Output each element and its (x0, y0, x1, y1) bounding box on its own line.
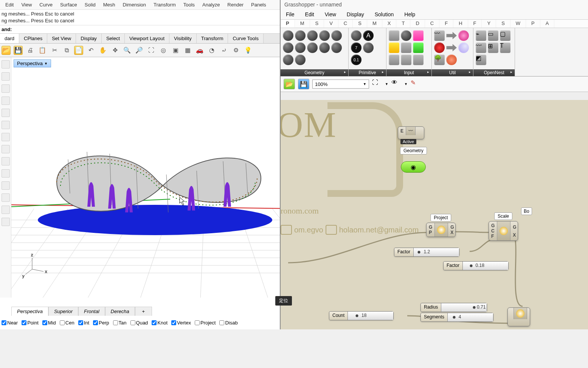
options-icon[interactable]: ⚙ (231, 46, 240, 55)
rhino-menu-view[interactable]: View (17, 0, 36, 9)
gh-menu-view[interactable]: View (320, 10, 341, 19)
button-icon[interactable] (413, 42, 424, 53)
gh-cat-tab[interactable]: P (526, 20, 540, 28)
osnap-checkbox[interactable] (2, 320, 6, 325)
hex-icon[interactable] (307, 42, 318, 53)
rhino-menu-panels[interactable]: Panels (247, 0, 270, 9)
print-icon[interactable]: 🖨 (26, 46, 35, 55)
box-icon[interactable]: ▢ (500, 30, 510, 41)
rotate-view-icon[interactable]: ✥ (110, 46, 119, 55)
gh-menu-file[interactable]: File (281, 10, 300, 19)
open-icon[interactable]: 📂 (2, 46, 11, 55)
line-icon[interactable] (2, 72, 10, 81)
gh-zoom-select[interactable]: 100% ▼ (312, 80, 369, 89)
gh-cat-tab[interactable]: S (353, 20, 367, 28)
hex-icon[interactable] (331, 30, 342, 41)
sphere-icon[interactable] (401, 30, 411, 41)
slider-icon[interactable] (389, 42, 399, 53)
wave-icon[interactable]: 〰 (476, 42, 486, 53)
rhino-menu-transform[interactable]: Transform (150, 0, 180, 9)
color-swatch-icon[interactable] (413, 30, 424, 41)
osnap-near[interactable]: Near (2, 320, 18, 326)
hex-icon[interactable] (319, 42, 330, 53)
gh-cat-tab[interactable]: C (338, 20, 353, 28)
vptab-frontal[interactable]: Frontal (78, 307, 105, 316)
polygon-icon[interactable] (2, 133, 10, 141)
dimension-icon[interactable] (2, 206, 10, 214)
osnap-int[interactable]: Int (78, 320, 89, 326)
rhino-command-prompt[interactable]: and: (0, 25, 280, 34)
text-icon[interactable] (2, 193, 10, 202)
gh-slider-segments[interactable]: Segments 4 (420, 313, 493, 322)
gh-canvas[interactable]: OM ronom.com om.egvo holaom.net@gmail.co… (281, 100, 588, 329)
hex-icon[interactable] (331, 42, 342, 53)
tab-transform[interactable]: Transform (197, 34, 228, 43)
vptab-derecha[interactable]: Derecha (105, 307, 135, 316)
list-icon[interactable] (401, 55, 411, 65)
osnap-checkbox[interactable] (152, 320, 157, 325)
save-icon[interactable]: 💾 (14, 46, 23, 55)
gh-cat-tab[interactable]: X (382, 20, 397, 28)
ribbon-label-geometry[interactable]: Geometry (281, 69, 348, 76)
gh-component-project[interactable]: Project GP GX (426, 223, 456, 237)
arrow-right-icon[interactable] (446, 42, 457, 53)
gh-cat-tab[interactable]: H (453, 20, 468, 28)
gh-slider-count[interactable]: Count 18 (329, 311, 394, 320)
rhino-menu-solid[interactable]: Solid (81, 0, 99, 9)
osnap-quad[interactable]: Quad (130, 320, 148, 326)
ribbon-label-opennest[interactable]: OpenNest (473, 69, 515, 76)
gh-component-scale[interactable]: Scale GCF GX (489, 221, 518, 241)
osnap-perp[interactable]: Perp (93, 320, 109, 326)
hex-icon[interactable] (283, 30, 293, 41)
gh-menu-help[interactable]: Help (399, 10, 420, 19)
gh-cat-tab[interactable]: S (310, 20, 324, 28)
solid-icon[interactable] (2, 169, 10, 178)
osnap-checkbox[interactable] (195, 320, 200, 325)
rhino-menu-edit[interactable]: Edit (2, 0, 17, 9)
cplane-icon[interactable]: ▣ (171, 46, 180, 55)
panel2-icon[interactable] (413, 55, 424, 65)
zoom-out-icon[interactable]: 🔎 (135, 46, 144, 55)
zoom-in-icon[interactable]: 🔍 (123, 46, 132, 55)
rhino-menu-surface[interactable]: Surface (56, 0, 81, 9)
osnap-cen[interactable]: Cen (60, 320, 74, 326)
moon-icon[interactable] (458, 42, 469, 53)
bool-icon[interactable] (351, 30, 361, 41)
gh-cat-tab[interactable]: D (410, 20, 425, 28)
osnap-checkbox[interactable] (130, 320, 135, 325)
osnap-checkbox[interactable] (60, 320, 65, 325)
grid-icon[interactable]: ▦ (183, 46, 192, 55)
copy-icon[interactable]: ⧉ (62, 46, 71, 55)
gh-menu-display[interactable]: Display (341, 10, 369, 19)
undo-icon[interactable]: ↶ (86, 46, 95, 55)
graph-icon[interactable] (401, 42, 411, 53)
hex-icon[interactable] (319, 30, 330, 41)
vptab-add[interactable]: + (135, 307, 152, 316)
curve-icon[interactable] (2, 145, 10, 153)
text-icon[interactable]: A (363, 30, 374, 41)
gh-cat-tab[interactable]: T (396, 20, 410, 28)
flask-icon[interactable] (458, 30, 469, 41)
zoom-extents-icon[interactable]: ⛶ (372, 79, 382, 89)
rhino-menu-tools[interactable]: Tools (180, 0, 199, 9)
rhino-menu-render[interactable]: Render (223, 0, 247, 9)
osnap-checkbox[interactable] (78, 320, 83, 325)
gh-cat-tab[interactable]: M (295, 20, 310, 28)
rhino-menu-mesh[interactable]: Mesh (99, 0, 119, 9)
gh-menu-solution[interactable]: Solution (369, 10, 399, 19)
osnap-checkbox[interactable] (171, 320, 176, 325)
decimal-icon[interactable]: 0.1 (351, 55, 361, 65)
chevron-down-icon[interactable]: ▼ (385, 82, 388, 86)
gh-cat-tab[interactable]: A (540, 20, 555, 28)
int-icon[interactable] (363, 42, 374, 53)
osnap-checkbox[interactable] (93, 320, 98, 325)
t-icon[interactable]: T (500, 42, 510, 53)
gh-cat-tab[interactable]: F (468, 20, 482, 28)
cut-icon[interactable]: ✂ (50, 46, 59, 55)
polyline-icon[interactable] (2, 84, 10, 93)
tab-standard[interactable]: dard (0, 34, 19, 43)
gh-slider-radius[interactable]: Radius 0.71 (420, 303, 487, 312)
gh-cat-tab[interactable]: M (367, 20, 382, 28)
hex-icon[interactable] (295, 55, 306, 65)
rectangle-icon[interactable] (2, 121, 10, 129)
